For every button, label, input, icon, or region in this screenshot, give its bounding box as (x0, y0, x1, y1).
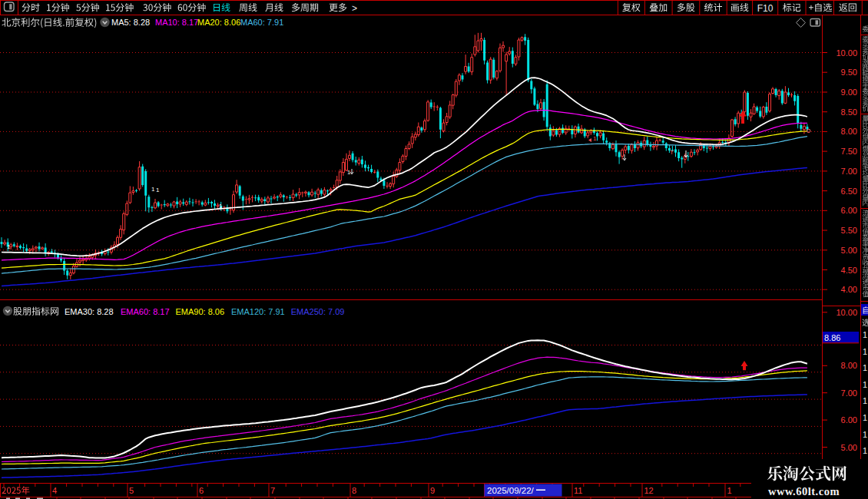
svg-text:7.00: 7.00 (841, 167, 857, 176)
svg-text:EMA120: 7.91: EMA120: 7.91 (231, 307, 285, 316)
svg-text:EMA250: 7.09: EMA250: 7.09 (291, 307, 345, 316)
svg-text:2025/09/22/: 2025/09/22/ (487, 486, 535, 495)
svg-text:5.00: 5.00 (841, 246, 857, 255)
svg-text:8.00: 8.00 (841, 127, 857, 136)
svg-text:6.50: 6.50 (841, 187, 857, 196)
svg-text:5.00: 5.00 (841, 443, 857, 452)
svg-text:7: 7 (270, 486, 275, 495)
svg-text:1: 1 (593, 135, 597, 142)
svg-text:4.00: 4.00 (841, 285, 857, 294)
svg-text:4: 4 (52, 486, 57, 495)
svg-text:11: 11 (574, 486, 582, 495)
svg-text:1: 1 (863, 380, 867, 389)
svg-text:MA20: 8.06: MA20: 8.06 (197, 18, 240, 27)
svg-text:1: 1 (863, 330, 867, 339)
svg-text:www.60lt.com: www.60lt.com (768, 485, 840, 497)
svg-text:T: T (670, 149, 674, 156)
svg-text:5: 5 (129, 486, 134, 495)
svg-text:10.00: 10.00 (836, 48, 857, 58)
svg-text:1: 1 (219, 203, 223, 210)
svg-text:MA10: 8.17: MA10: 8.17 (155, 18, 198, 27)
svg-text:1: 1 (863, 347, 867, 356)
svg-text:1: 1 (7, 243, 11, 250)
svg-text:1: 1 (863, 363, 867, 372)
svg-text:7.50: 7.50 (841, 147, 857, 156)
svg-text:1: 1 (156, 187, 160, 193)
svg-text:8: 8 (352, 486, 356, 495)
svg-text:8.86: 8.86 (824, 333, 840, 342)
svg-text:6: 6 (199, 486, 204, 495)
svg-text:4.50: 4.50 (841, 266, 857, 275)
svg-text:1: 1 (863, 430, 867, 439)
svg-text:MA60: 7.91: MA60: 7.91 (240, 18, 283, 27)
svg-text:1: 1 (863, 396, 867, 405)
svg-text:1: 1 (151, 186, 155, 193)
svg-text:5.50: 5.50 (841, 226, 857, 235)
svg-text:9.00: 9.00 (841, 88, 857, 97)
svg-text:10.00: 10.00 (836, 308, 857, 317)
svg-text:9: 9 (430, 486, 435, 495)
svg-text:6.00: 6.00 (841, 206, 857, 215)
svg-text:1: 1 (727, 486, 732, 495)
svg-text:1: 1 (863, 413, 867, 422)
svg-text:9.50: 9.50 (841, 68, 857, 77)
svg-text:F10: F10 (757, 3, 774, 14)
svg-text:8.00: 8.00 (841, 361, 857, 370)
svg-text:7.00: 7.00 (841, 388, 857, 398)
svg-text:EMA30: 8.28: EMA30: 8.28 (65, 307, 114, 316)
svg-text:12: 12 (644, 486, 654, 495)
svg-text:EMA90: 8.06: EMA90: 8.06 (176, 307, 225, 316)
svg-text:>: > (352, 3, 357, 14)
svg-text:6.00: 6.00 (841, 415, 857, 425)
svg-text:MA5: 8.28: MA5: 8.28 (111, 18, 150, 27)
svg-text:EMA60: 8.17: EMA60: 8.17 (121, 307, 170, 316)
svg-text:8.50: 8.50 (841, 107, 857, 117)
svg-text:1: 1 (863, 446, 867, 455)
